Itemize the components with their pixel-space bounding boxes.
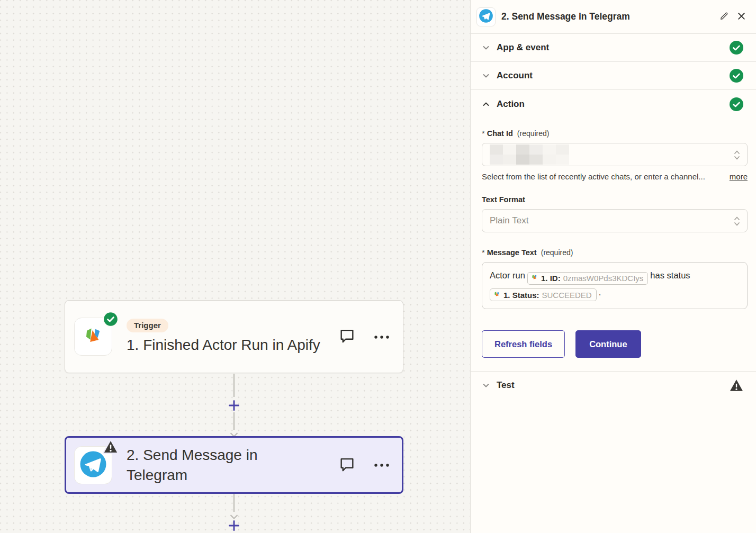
- trigger-step-title: 1. Finished Actor Run in Apify: [127, 335, 325, 355]
- connector-line: [233, 412, 235, 430]
- refresh-fields-button[interactable]: Refresh fields: [482, 330, 565, 358]
- panel-title: 2. Send Message in Telegram: [501, 11, 716, 22]
- telegram-app-tile: [476, 7, 496, 26]
- required-asterisk: *: [482, 248, 485, 257]
- select-updown-icon: [733, 215, 741, 227]
- chevron-down-icon: [482, 381, 490, 390]
- comment-bubble-icon: [339, 328, 355, 346]
- apify-logo-icon: [530, 270, 538, 286]
- rename-step-button[interactable]: [716, 9, 732, 25]
- action-step-title: 2. Send Message in Telegram: [127, 445, 291, 485]
- arrow-down-icon: [230, 512, 238, 517]
- chevron-down-icon: [482, 71, 490, 80]
- section-action[interactable]: Action: [471, 90, 756, 118]
- continue-button[interactable]: Continue: [575, 330, 641, 358]
- more-link[interactable]: more: [730, 172, 748, 181]
- message-text-segment: Actor run: [490, 270, 525, 280]
- step-menu-button[interactable]: [373, 328, 390, 345]
- section-label: Test: [497, 380, 730, 391]
- section-label: Account: [497, 70, 730, 81]
- close-icon: [737, 12, 746, 22]
- success-check-icon: [730, 41, 743, 55]
- step-menu-button[interactable]: [373, 457, 390, 474]
- section-app-and-event[interactable]: App & event: [471, 34, 756, 62]
- chevron-up-icon: [482, 100, 490, 109]
- trigger-badge: Trigger: [127, 319, 168, 332]
- ellipsis-icon: [374, 461, 390, 469]
- select-updown-icon: [733, 149, 741, 161]
- ellipsis-icon: [374, 333, 390, 341]
- connector-line: [233, 374, 235, 397]
- redacted-chat-id-value: [490, 144, 569, 165]
- chat-id-label: *Chat Id (required): [482, 129, 748, 138]
- apify-app-tile: [74, 318, 112, 356]
- plus-icon: [228, 400, 240, 411]
- action-card-main: 2. Send Message in Telegram: [127, 445, 333, 485]
- text-format-value: Plain Text: [490, 215, 528, 226]
- step-config-panel: 2. Send Message in Telegram: [470, 0, 756, 533]
- success-check-icon: [730, 97, 743, 111]
- workflow-canvas[interactable]: Trigger 1. Finished Actor Run in Apify: [0, 0, 470, 533]
- required-note: (required): [541, 248, 573, 257]
- add-step-button-middle[interactable]: [228, 400, 240, 411]
- message-text-input[interactable]: Actor run1. ID:0zmasW0Pds3KDCIyshas stat…: [482, 262, 748, 309]
- required-note: (required): [517, 129, 550, 138]
- chevron-down-icon: [482, 43, 490, 52]
- message-text-segment: .: [599, 287, 601, 297]
- message-text-segment: has status: [650, 270, 690, 280]
- warning-triangle-icon: [730, 378, 743, 392]
- section-label: App & event: [497, 42, 730, 53]
- success-check-badge-icon: [103, 311, 119, 327]
- telegram-logo-icon: [479, 8, 493, 25]
- trigger-card-main: Trigger 1. Finished Actor Run in Apify: [127, 319, 333, 355]
- action-form: *Chat Id (required) Select from the list…: [471, 118, 756, 371]
- mapped-field-pill-id[interactable]: 1. ID:0zmasW0Pds3KDCIys: [527, 272, 648, 285]
- mapped-field-pill-status[interactable]: 1. Status:SUCCEEDED: [490, 288, 597, 301]
- section-label: Action: [497, 99, 730, 110]
- apify-logo-icon: [81, 323, 105, 350]
- chat-id-helper-text: Select from the list of recently active …: [482, 172, 705, 181]
- text-format-select[interactable]: Plain Text: [482, 209, 748, 232]
- close-panel-button[interactable]: [733, 9, 749, 25]
- connector-line: [233, 494, 235, 512]
- add-note-button[interactable]: [338, 457, 355, 474]
- chat-id-select[interactable]: [482, 143, 748, 166]
- pencil-icon: [719, 12, 728, 22]
- warning-badge-icon: [102, 439, 119, 455]
- arrow-down-icon: [230, 430, 238, 435]
- required-asterisk: *: [482, 129, 485, 138]
- text-format-label: Text Format: [482, 195, 748, 204]
- zap-editor: Trigger 1. Finished Actor Run in Apify: [0, 0, 756, 533]
- telegram-app-tile: [74, 446, 112, 484]
- section-test[interactable]: Test: [471, 371, 756, 399]
- success-check-icon: [730, 69, 743, 83]
- add-step-button-bottom[interactable]: [228, 520, 240, 531]
- add-note-button[interactable]: [338, 328, 355, 345]
- section-account[interactable]: Account: [471, 62, 756, 90]
- trigger-step-card[interactable]: Trigger 1. Finished Actor Run in Apify: [65, 300, 403, 373]
- message-text-label: *Message Text (required): [482, 248, 748, 257]
- plus-icon: [228, 520, 240, 531]
- apify-logo-icon: [493, 287, 501, 303]
- panel-header: 2. Send Message in Telegram: [471, 0, 756, 34]
- action-step-card[interactable]: 2. Send Message in Telegram: [65, 436, 403, 494]
- comment-bubble-icon: [339, 456, 355, 474]
